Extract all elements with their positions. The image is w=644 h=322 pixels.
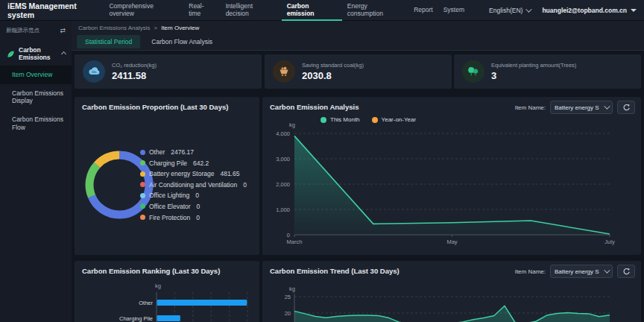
legend-value: 0	[196, 214, 200, 221]
stat-value: 2030.8	[302, 70, 364, 81]
chevron-down-icon	[526, 6, 532, 12]
legend-value: 642.2	[193, 160, 209, 167]
svg-text:July: July	[604, 239, 615, 245]
legend-item[interactable]: Other2476.17	[140, 148, 247, 156]
caret-down-icon	[631, 9, 637, 12]
bar-chart: kgOtherCharging Pile	[75, 261, 259, 322]
legend-item[interactable]: Office Elevator0	[140, 203, 247, 210]
svg-text:CO₂: CO₂	[92, 71, 97, 74]
stat-card-planting-amount: Equivalent planting amount(Trees) 3	[454, 54, 641, 89]
main-nav: Comprehensive overview Real-time Intelli…	[104, 0, 470, 20]
svg-text:Charging Pile: Charging Pile	[119, 315, 153, 322]
stat-label: Saving standard coal(kg)	[302, 62, 364, 69]
panel-carbon-emission-proportion: Carbon Emission Proportion (Last 30 Days…	[75, 97, 259, 255]
sidebar-item-carbon-emissions-display[interactable]: Carbon Emissions Display	[0, 84, 72, 110]
item-name-label: Item Name:	[515, 104, 546, 111]
sidebar-item-carbon-emissions-flow[interactable]: Carbon Emissions Flow	[0, 110, 72, 136]
stat-card-co2-reduction: CO₂ CO₂ reduction(kg) 2411.58	[75, 54, 262, 89]
user-account-menu[interactable]: huanglei2@topband.com.cn	[542, 7, 637, 14]
nav-real-time[interactable]: Real-time	[183, 0, 220, 21]
legend-label: This Month	[330, 116, 360, 123]
stat-value: 2411.58	[112, 70, 157, 81]
area-chart: 01,0002,0003,0004,000kgMarchMayJuly	[262, 97, 641, 255]
svg-text:March: March	[287, 239, 303, 245]
app-title: iEMS Management system	[7, 1, 104, 19]
svg-text:3,000: 3,000	[276, 156, 290, 162]
donut-legend: Other2476.17Charging Pile642.2Battery en…	[140, 148, 247, 221]
refresh-button[interactable]	[617, 101, 635, 114]
legend-item[interactable]: This Month	[321, 116, 360, 123]
chevron-up-icon	[61, 51, 66, 56]
nav-intelligent-decision[interactable]: Intelligent decision	[221, 0, 282, 21]
svg-text:2,000: 2,000	[276, 181, 290, 188]
refresh-icon	[622, 268, 631, 276]
tab-statistical-period[interactable]: Statistical Period	[77, 35, 140, 48]
legend-label: Charging Pile	[149, 160, 187, 167]
stat-value: 3	[491, 70, 576, 81]
collapse-sidebar-icon[interactable]: ⇄	[60, 27, 66, 34]
svg-text:kg: kg	[155, 282, 161, 289]
stat-label: Equivalent planting amount(Trees)	[491, 62, 576, 69]
breadcrumb-parent[interactable]: Carbon Emissions Analysis	[78, 25, 150, 31]
refresh-button[interactable]	[617, 265, 635, 278]
co2-cloud-icon: CO₂	[83, 60, 105, 83]
main-content: Carbon Emissions Analysis > Item Overvie…	[72, 21, 644, 322]
nav-comprehensive-overview[interactable]: Comprehensive overview	[104, 0, 183, 21]
nav-system[interactable]: System	[438, 0, 470, 21]
svg-text:kg: kg	[289, 121, 295, 128]
item-name-select[interactable]: Battery energy S	[550, 265, 613, 278]
legend-dot	[372, 117, 378, 123]
sidebar-group-carbon-emissions[interactable]: Carbon Emissions	[0, 42, 72, 66]
trees-icon	[462, 60, 484, 83]
legend-item[interactable]: Fire Protection0	[140, 214, 247, 221]
legend-label: Office Elevator	[149, 203, 191, 210]
nav-report[interactable]: Report	[408, 0, 438, 21]
svg-text:0: 0	[287, 232, 290, 239]
stat-card-saving-coal: Saving standard coal(kg) 2030.8	[265, 54, 452, 89]
legend-dot	[321, 117, 326, 123]
legend-dot	[140, 150, 145, 155]
legend-label: Other	[149, 148, 165, 156]
breadcrumb-separator: >	[154, 25, 157, 31]
tab-bar: Statistical Period Carbon Flow Analysis	[77, 35, 644, 48]
svg-text:20: 20	[285, 310, 291, 317]
chevron-down-icon	[604, 267, 610, 273]
legend-label: Air Conditioning and Ventilation	[149, 181, 237, 189]
legend-item[interactable]: Office Lighting0	[140, 192, 247, 199]
svg-text:1,000: 1,000	[276, 206, 290, 213]
breadcrumb-tab-strip: Carbon Emissions Analysis > Item Overvie…	[72, 21, 644, 51]
item-name-select[interactable]: Battery energy S	[550, 101, 613, 114]
svg-text:4,000: 4,000	[276, 130, 290, 137]
tab-carbon-flow-analysis[interactable]: Carbon Flow Analysis	[143, 35, 221, 48]
legend-label: Year-on-Year	[382, 116, 417, 123]
nav-carbon-emission[interactable]: Carbon emission	[282, 0, 342, 21]
legend-item[interactable]: Year-on-Year	[372, 116, 417, 123]
language-selector[interactable]: English(EN)	[489, 7, 530, 14]
legend-dot	[140, 160, 145, 165]
nav-energy-consumption[interactable]: Energy consumption	[342, 0, 408, 21]
svg-text:kg: kg	[289, 285, 295, 292]
breadcrumb-current: Item Overview	[161, 25, 199, 31]
legend-item[interactable]: Air Conditioning and Ventilation0	[140, 181, 247, 189]
series-legend: This MonthYear-on-Year	[321, 116, 416, 123]
coal-cart-icon	[273, 60, 295, 83]
svg-text:May: May	[446, 239, 457, 245]
chevron-down-icon	[604, 103, 610, 109]
sidebar: 新能源示范点 ⇄ Carbon Emissions Item Overview …	[0, 21, 72, 322]
item-name-label: Item Name:	[515, 268, 546, 275]
legend-label: Battery energy Storage	[149, 170, 214, 177]
legend-dot	[140, 171, 145, 177]
panel-carbon-emission-trend: Carbon Emission Trend (Last 30 Days) Ite…	[262, 261, 641, 322]
legend-item[interactable]: Charging Pile642.2	[140, 160, 247, 167]
svg-text:25: 25	[285, 294, 291, 300]
legend-dot	[140, 182, 145, 187]
legend-item[interactable]: Battery energy Storage481.65	[140, 170, 247, 177]
breadcrumb: Carbon Emissions Analysis > Item Overvie…	[72, 21, 644, 31]
site-name: 新能源示范点	[6, 27, 40, 34]
legend-value: 0	[197, 203, 201, 210]
sidebar-item-item-overview[interactable]: Item Overview	[0, 66, 72, 84]
panel-carbon-emission-ranking: Carbon Emission Ranking (Last 30 Days) k…	[75, 261, 259, 322]
refresh-icon	[622, 104, 631, 112]
panel-carbon-emission-analysis: Carbon Emission Analysis Item Name: Batt…	[262, 97, 641, 255]
legend-dot	[140, 215, 145, 220]
